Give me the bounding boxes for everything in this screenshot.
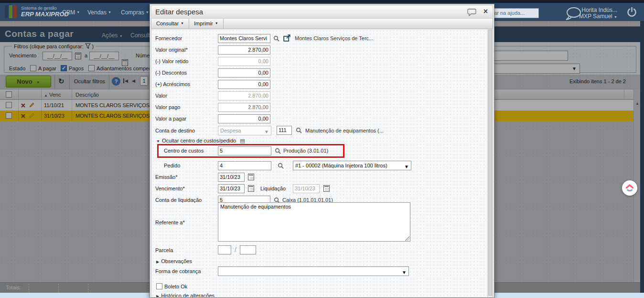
calendar-icon[interactable] — [323, 185, 330, 192]
row-checkbox[interactable] — [6, 102, 12, 108]
liquidacao-label: Liquidação — [260, 186, 286, 191]
comment-bubble-icon[interactable] — [467, 9, 476, 18]
search-icon[interactable] — [275, 147, 281, 156]
valor-original-input[interactable]: 2.870,00 — [218, 45, 270, 55]
toggle-historico-group[interactable]: ▶Histórico de alterações — [156, 293, 215, 298]
delete-row-icon[interactable] — [21, 103, 25, 109]
vencimento-input[interactable]: 31/10/23 — [218, 184, 245, 193]
help-icon[interactable]: ? — [112, 77, 120, 86]
calendar-icon[interactable] — [122, 59, 128, 66]
boleto-ok-checkbox[interactable] — [156, 283, 162, 289]
chevron-down-icon: ▼ — [76, 11, 80, 14]
parcela-num-input[interactable] — [218, 245, 231, 254]
menu-vendas[interactable]: Vendas▼ — [87, 9, 111, 16]
search-icon[interactable] — [273, 35, 279, 44]
parcela-total-input[interactable] — [240, 245, 256, 254]
fornecedor-link[interactable]: Montes Claros Serviços de Terc... — [295, 35, 373, 41]
novo-button[interactable]: Novo▼ — [6, 76, 51, 88]
toggle-centro-custos-group[interactable]: ▼Ocultar centro de custos/pedido ▤ — [156, 138, 245, 144]
valor-input[interactable]: 2.870,00 — [218, 91, 270, 100]
page-current-box[interactable]: 1 — [140, 76, 148, 86]
column-separator — [18, 89, 19, 100]
fornecedor-input[interactable]: Montes Claros Servi — [218, 34, 270, 43]
centro-custos-input[interactable]: 5 — [218, 146, 271, 155]
menu-acoes[interactable]: Ações ▼ — [102, 32, 123, 39]
row-checkbox[interactable] — [6, 112, 12, 119]
page-right-edge — [640, 21, 644, 293]
column-separator — [72, 89, 72, 100]
descontos-input[interactable]: 0,00 — [218, 68, 270, 77]
column-separator — [41, 110, 42, 121]
conta-destino-codigo-input[interactable]: 111 — [277, 126, 292, 135]
close-icon[interactable]: × — [483, 7, 488, 16]
referente-textarea[interactable]: Manutenção de equipamentos — [218, 202, 410, 242]
emissao-input[interactable]: 31/10/23 — [218, 173, 245, 182]
liquidacao-input[interactable]: 31/10/23 — [293, 184, 320, 193]
forma-cobranca-select[interactable]: ▼ — [218, 266, 409, 276]
page-first-icon[interactable]: ◀ — [123, 78, 128, 83]
descontos-label: (-) Descontos — [155, 70, 187, 76]
vencimento-from-input[interactable]: __/__/__ — [43, 52, 72, 60]
fornecedor-label: Fornecedor — [155, 35, 182, 41]
emissao-label: Emissão* — [155, 174, 177, 180]
scroll-up-icon[interactable]: ▲ — [635, 101, 640, 106]
search-icon[interactable] — [296, 127, 302, 135]
pedido-select[interactable]: #1 - 00002 (Máquina Injetora 100 litros)… — [293, 161, 411, 170]
account-info[interactable]: Horita Indús... MXP Samuel ▼ — [565, 7, 617, 20]
support-chat-widget[interactable] — [622, 180, 637, 196]
checkbox-a-pagar[interactable] — [30, 65, 36, 71]
toolbar-separator — [69, 75, 70, 89]
column-descricao[interactable]: Descrição — [75, 92, 99, 98]
modal-toolbar: Consultar▼ Imprimir▼ — [151, 19, 493, 29]
modal-consultar-button[interactable]: Consultar▼ — [151, 19, 189, 29]
page-title: Contas a pagar — [5, 29, 74, 39]
checkbox-pagos[interactable]: ✓ — [61, 65, 67, 71]
modal-scrollbar[interactable] — [487, 29, 493, 298]
conta-destino-tipo-select[interactable]: Despesa▼ — [218, 126, 271, 135]
ocultar-filtros-button[interactable]: Ocultar filtros — [74, 78, 105, 84]
account-user: MXP Samuel — [579, 13, 612, 20]
select-all-checkbox[interactable] — [6, 91, 12, 98]
chevron-down-icon: ▼ — [36, 80, 40, 85]
chevron-down-icon: ▼ — [146, 11, 149, 14]
forma-cobranca-label: Forma de cobrança — [155, 268, 201, 274]
toolbar-separator — [109, 75, 109, 89]
centro-custos-label: Centro de custos — [164, 148, 204, 154]
menu-compras[interactable]: Compras▼ — [121, 9, 149, 16]
edit-pencil-icon[interactable] — [29, 112, 35, 120]
filters-legend[interactable]: Filtros (clique para configurar: ) — [12, 43, 96, 50]
referente-label: Referente a* — [155, 220, 185, 225]
modal-imprimir-button[interactable]: Imprimir▼ — [189, 19, 224, 29]
parcela-label: Parcela — [155, 247, 173, 253]
resize-handle[interactable] — [405, 236, 409, 241]
search-icon[interactable] — [278, 162, 284, 171]
totais-separator — [58, 284, 59, 292]
estado-option-label: Pagos — [69, 66, 84, 71]
delete-row-icon[interactable] — [21, 113, 25, 119]
toggle-observacoes-group[interactable]: ▶Observações — [156, 258, 192, 264]
checkbox-adiantamentos[interactable] — [88, 65, 95, 71]
acrescimos-label: (+) Acréscimos — [155, 81, 190, 87]
calendar-icon[interactable] — [75, 53, 81, 59]
external-link-icon[interactable] — [283, 34, 290, 44]
page-prev-icon[interactable]: ◀ — [132, 78, 135, 83]
refresh-icon[interactable]: ↻ — [58, 77, 64, 86]
menu-crm[interactable]: CRM▼ — [62, 9, 80, 16]
valor-pago-input[interactable]: 2.870,00 — [218, 103, 270, 112]
modal-titlebar[interactable]: Editar despesa × — [151, 5, 493, 19]
acrescimos-input[interactable]: 0,00 — [218, 80, 270, 89]
column-separator — [624, 89, 624, 100]
edit-pencil-icon[interactable] — [29, 102, 35, 109]
conta-liquidacao-label: Conta de liquidação — [155, 197, 202, 203]
pedido-input[interactable]: 4 — [218, 161, 271, 170]
column-venc[interactable]: ▲ Venc — [44, 92, 61, 98]
chevron-down-icon: ▼ — [404, 163, 409, 170]
boleto-ok-label: Boleto Ok — [164, 284, 187, 289]
calendar-icon[interactable] — [248, 174, 254, 180]
filter-funnel-icon — [85, 43, 91, 50]
vencimento-to-input[interactable]: __/__/__ — [89, 52, 119, 60]
calendar-icon[interactable] — [248, 185, 254, 192]
valor-retido-input[interactable]: 0,00 — [218, 57, 270, 66]
power-icon[interactable] — [626, 7, 637, 20]
valor-a-pagar-input[interactable]: 0,00 — [218, 114, 270, 123]
